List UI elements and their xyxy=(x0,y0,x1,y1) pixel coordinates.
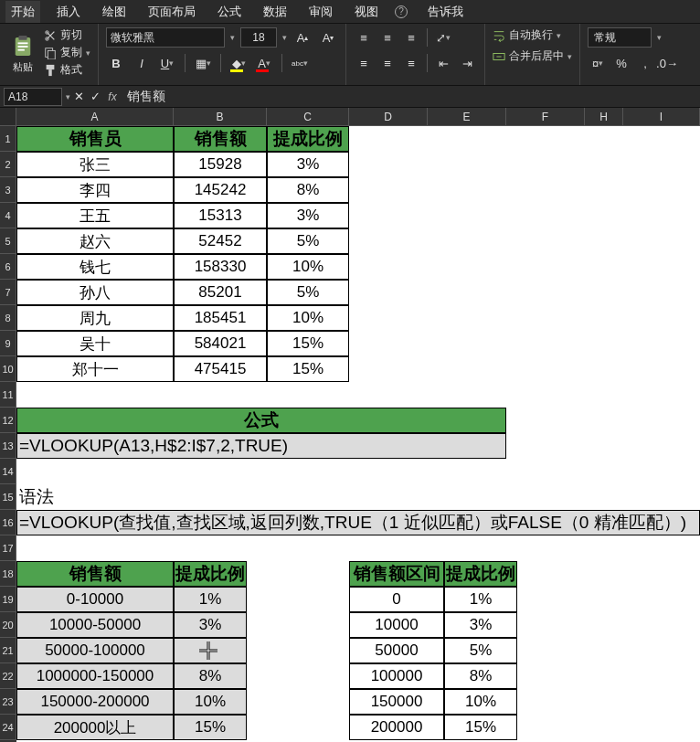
sales-name[interactable]: 钱七 xyxy=(16,254,174,280)
sales-rate[interactable]: 3% xyxy=(267,152,349,177)
sales-header-amount[interactable]: 销售额 xyxy=(174,126,267,152)
sales-amount[interactable]: 185451 xyxy=(174,305,267,331)
cells-area[interactable]: 销售员销售额提成比例张三159283%李四1452428%王五153133%赵六… xyxy=(16,126,700,742)
table2-rate[interactable]: 15% xyxy=(174,715,247,740)
row-header-1[interactable]: 1 xyxy=(0,126,16,152)
row-header-12[interactable]: 12 xyxy=(0,408,16,433)
sales-rate[interactable]: 8% xyxy=(267,177,349,203)
merge-center-button[interactable]: 合并后居中▾ xyxy=(493,48,572,64)
formula-input[interactable] xyxy=(122,88,700,106)
table2-range[interactable]: 150000-200000 xyxy=(16,689,174,715)
table2-rate[interactable] xyxy=(174,638,247,663)
sales-amount[interactable]: 85201 xyxy=(174,280,267,305)
row-header-4[interactable]: 4 xyxy=(0,203,16,228)
font-color-button[interactable]: A▾ xyxy=(254,53,274,73)
align-middle-button[interactable]: ≡ xyxy=(377,27,398,48)
table2-rate[interactable]: 10% xyxy=(174,689,247,715)
row-header-11[interactable]: 11 xyxy=(0,382,16,408)
fill-color-button[interactable]: ◆▾ xyxy=(228,53,249,73)
align-right-button[interactable]: ≡ xyxy=(401,53,421,73)
name-box[interactable] xyxy=(4,88,62,106)
currency-button[interactable]: ¤▾ xyxy=(588,53,608,73)
sales-amount[interactable]: 15313 xyxy=(174,203,267,228)
row-header-19[interactable]: 19 xyxy=(0,587,16,612)
formula-cell[interactable]: =VLOOKUP(A13,H$2:I$7,2,TRUE) xyxy=(16,433,506,459)
sales-rate[interactable]: 3% xyxy=(267,203,349,228)
sales-name[interactable]: 郑十一 xyxy=(16,356,174,382)
row-header-14[interactable]: 14 xyxy=(0,459,16,484)
cancel-icon[interactable]: ✕ xyxy=(70,87,87,107)
sales-name[interactable]: 李四 xyxy=(16,177,174,203)
table3-v[interactable]: 0 xyxy=(349,587,444,612)
border-button[interactable]: ▦▾ xyxy=(193,53,213,73)
indent-dec-button[interactable]: ⇤ xyxy=(433,53,453,73)
sales-amount[interactable]: 475415 xyxy=(174,356,267,382)
table2-rate[interactable]: 8% xyxy=(174,663,247,689)
row-header-21[interactable]: 21 xyxy=(0,638,16,663)
row-header-10[interactable]: 10 xyxy=(0,356,16,382)
row-header-2[interactable]: 2 xyxy=(0,152,16,177)
row-header-22[interactable]: 22 xyxy=(0,663,16,689)
row-header-8[interactable]: 8 xyxy=(0,305,16,331)
fx-button[interactable]: fx xyxy=(103,90,122,103)
sales-amount[interactable]: 15928 xyxy=(174,152,267,177)
increase-font-button[interactable]: A▴ xyxy=(292,27,313,48)
row-header-9[interactable]: 9 xyxy=(0,331,16,356)
row-header-15[interactable]: 15 xyxy=(0,484,16,510)
table3-rate[interactable]: 15% xyxy=(444,715,517,740)
col-header-H[interactable]: H xyxy=(585,108,623,126)
col-header-E[interactable]: E xyxy=(428,108,506,126)
row-header-5[interactable]: 5 xyxy=(0,228,16,254)
table3-rate[interactable]: 1% xyxy=(444,587,517,612)
copy-button[interactable]: 复制▾ xyxy=(44,45,90,60)
row-header-7[interactable]: 7 xyxy=(0,280,16,305)
table2-h-a[interactable]: 销售额 xyxy=(16,561,174,587)
sales-rate[interactable]: 5% xyxy=(267,280,349,305)
sales-amount[interactable]: 158330 xyxy=(174,254,267,280)
row-header-3[interactable]: 3 xyxy=(0,177,16,203)
paste-button[interactable]: 粘贴 xyxy=(7,27,38,81)
align-top-button[interactable]: ≡ xyxy=(354,27,374,48)
indent-inc-button[interactable]: ⇥ xyxy=(457,53,477,73)
table2-h-b[interactable]: 提成比例 xyxy=(174,561,247,587)
tab-data[interactable]: 数据 xyxy=(258,1,292,23)
table3-rate[interactable]: 10% xyxy=(444,689,517,715)
row-header-6[interactable]: 6 xyxy=(0,254,16,280)
sales-amount[interactable]: 584021 xyxy=(174,331,267,356)
table2-range[interactable]: 200000以上 xyxy=(16,715,174,740)
table3-rate[interactable]: 3% xyxy=(444,612,517,638)
underline-button[interactable]: U▾ xyxy=(157,53,177,73)
syntax-label[interactable]: 语法 xyxy=(16,484,174,510)
cut-button[interactable]: 剪切 xyxy=(44,27,90,43)
bold-button[interactable]: B xyxy=(106,53,126,73)
tab-home[interactable]: 开始 xyxy=(5,1,40,23)
sales-header-name[interactable]: 销售员 xyxy=(16,126,174,152)
tab-insert[interactable]: 插入 xyxy=(51,1,86,23)
row-header-20[interactable]: 20 xyxy=(0,612,16,638)
sales-name[interactable]: 张三 xyxy=(16,152,174,177)
sales-rate[interactable]: 10% xyxy=(267,254,349,280)
table3-v[interactable]: 50000 xyxy=(349,638,444,663)
row-header-13[interactable]: 13 xyxy=(0,433,16,459)
col-header-D[interactable]: D xyxy=(349,108,428,126)
table2-range[interactable]: 50000-100000 xyxy=(16,638,174,663)
table3-v[interactable]: 200000 xyxy=(349,715,444,740)
row-header-16[interactable]: 16 xyxy=(0,510,16,535)
table3-rate[interactable]: 8% xyxy=(444,663,517,689)
phonetic-button[interactable]: abc▾ xyxy=(290,53,310,73)
sales-rate[interactable]: 10% xyxy=(267,305,349,331)
table3-h-a[interactable]: 销售额区间 xyxy=(349,561,444,587)
row-header-17[interactable]: 17 xyxy=(0,535,16,561)
sales-amount[interactable]: 52452 xyxy=(174,228,267,254)
table2-rate[interactable]: 1% xyxy=(174,587,247,612)
chevron-down-icon[interactable]: ▾ xyxy=(657,33,662,42)
tab-view[interactable]: 视图 xyxy=(349,1,384,23)
sales-name[interactable]: 王五 xyxy=(16,203,174,228)
chevron-down-icon[interactable]: ▾ xyxy=(230,33,235,42)
confirm-icon[interactable]: ✓ xyxy=(87,87,103,107)
col-header-B[interactable]: B xyxy=(174,108,267,126)
inc-decimal-button[interactable]: .0→ xyxy=(659,53,675,73)
sales-rate[interactable]: 15% xyxy=(267,356,349,382)
row-header-24[interactable]: 24 xyxy=(0,715,16,740)
sales-rate[interactable]: 5% xyxy=(267,228,349,254)
